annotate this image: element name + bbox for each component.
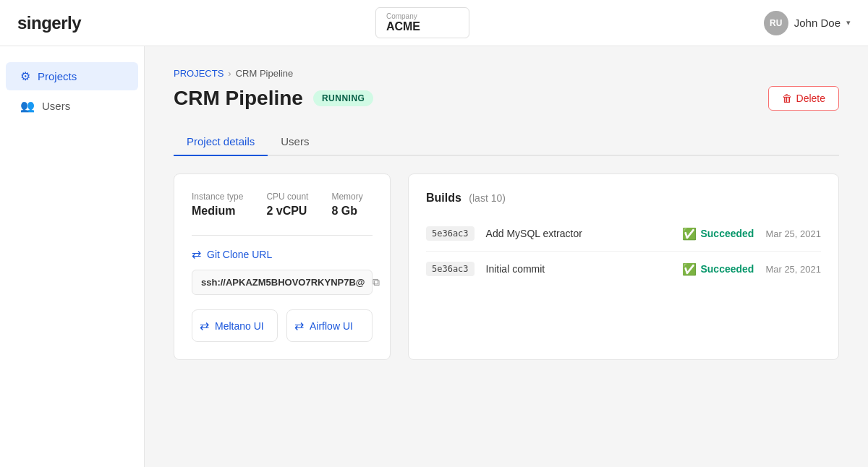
git-clone-label: Git Clone URL	[207, 249, 272, 260]
instance-type-metric: Instance type Medium	[192, 192, 243, 218]
copy-icon: ⧉	[373, 276, 380, 288]
breadcrumb-current: CRM Pipeline	[236, 68, 293, 79]
sidebar-item-label-users: Users	[42, 100, 70, 112]
sidebar-item-label-projects: Projects	[38, 70, 77, 82]
clone-url-text: ssh://APKAZM5BHOVO7RKYNP7B@	[201, 277, 365, 288]
cpu-value: 2 vCPU	[266, 205, 308, 218]
tab-project-details[interactable]: Project details	[174, 128, 268, 156]
meltano-ui-button[interactable]: ⇄ Meltano UI	[192, 309, 278, 342]
layout: ⚙ Projects 👥 Users PROJECTS › CRM Pipeli…	[0, 46, 868, 467]
meltano-ui-label: Meltano UI	[215, 320, 264, 332]
page-title-row: CRM Pipeline RUNNING	[174, 87, 373, 110]
memory-metric: Memory 8 Gb	[331, 192, 362, 218]
airflow-ui-label: Airflow UI	[310, 320, 353, 332]
company-selector[interactable]: Company ACME	[375, 7, 469, 38]
info-metrics: Instance type Medium CPU count 2 vCPU Me…	[192, 192, 373, 218]
cpu-label: CPU count	[266, 192, 308, 202]
copy-button[interactable]: ⧉	[371, 276, 381, 288]
build-hash: 5e36ac3	[426, 262, 475, 276]
logo: singerly	[17, 13, 81, 33]
avatar: RU	[764, 11, 788, 35]
header: singerly Company ACME RU John Doe ▾	[0, 0, 868, 46]
delete-label: Delete	[796, 93, 825, 104]
success-icon: ✅	[682, 227, 697, 241]
tabs: Project details Users	[174, 128, 839, 156]
sidebar-item-users[interactable]: 👥 Users	[6, 92, 138, 120]
build-status: ✅ Succeeded	[682, 262, 754, 276]
sidebar: ⚙ Projects 👥 Users	[0, 46, 145, 467]
breadcrumb-separator: ›	[228, 68, 231, 79]
breadcrumb: PROJECTS › CRM Pipeline	[174, 68, 839, 79]
builds-subtitle: (last 10)	[469, 192, 506, 204]
builds-title: Builds (last 10)	[426, 192, 821, 205]
memory-value: 8 Gb	[331, 205, 362, 218]
build-message: Add MySQL extractor	[486, 228, 671, 239]
builds-card: Builds (last 10) 5e36ac3 Add MySQL extra…	[408, 173, 839, 360]
build-hash: 5e36ac3	[426, 226, 475, 241]
airflow-icon: ⇄	[294, 319, 304, 333]
chevron-down-icon: ▾	[846, 18, 851, 27]
sidebar-item-projects[interactable]: ⚙ Projects	[6, 62, 138, 90]
main-content: PROJECTS › CRM Pipeline CRM Pipeline RUN…	[145, 46, 868, 467]
build-date: Mar 25, 2021	[765, 228, 821, 239]
tab-users[interactable]: Users	[268, 128, 322, 156]
ui-buttons: ⇄ Meltano UI ⇄ Airflow UI	[192, 309, 373, 342]
users-icon: 👥	[20, 99, 35, 113]
page-title: CRM Pipeline	[174, 87, 303, 110]
instance-type-label: Instance type	[192, 192, 243, 202]
clone-url-row: ssh://APKAZM5BHOVO7RKYNP7B@ ⧉	[192, 270, 373, 295]
memory-label: Memory	[331, 192, 362, 202]
meltano-icon: ⇄	[200, 319, 209, 333]
table-row: 5e36ac3 Add MySQL extractor ✅ Succeeded …	[426, 216, 821, 252]
page-header: CRM Pipeline RUNNING 🗑 Delete	[174, 86, 839, 111]
delete-button[interactable]: 🗑 Delete	[768, 86, 839, 111]
git-icon: ⇄	[192, 247, 201, 261]
build-date: Mar 25, 2021	[765, 264, 821, 275]
cpu-metric: CPU count 2 vCPU	[266, 192, 308, 218]
airflow-ui-button[interactable]: ⇄ Airflow UI	[286, 309, 373, 342]
user-menu[interactable]: RU John Doe ▾	[764, 11, 851, 35]
build-status: ✅ Succeeded	[682, 227, 754, 241]
divider	[192, 235, 373, 236]
success-icon: ✅	[682, 262, 697, 276]
instance-type-value: Medium	[192, 205, 243, 218]
info-card: Instance type Medium CPU count 2 vCPU Me…	[174, 173, 391, 360]
user-name-label: John Doe	[794, 17, 841, 29]
builds-list: 5e36ac3 Add MySQL extractor ✅ Succeeded …	[426, 216, 821, 286]
company-name: ACME	[386, 20, 420, 33]
breadcrumb-parent[interactable]: PROJECTS	[174, 68, 224, 79]
build-message: Initial commit	[486, 263, 671, 275]
projects-icon: ⚙	[20, 69, 30, 83]
table-row: 5e36ac3 Initial commit ✅ Succeeded Mar 2…	[426, 252, 821, 286]
content-grid: Instance type Medium CPU count 2 vCPU Me…	[174, 173, 839, 360]
git-clone-row: ⇄ Git Clone URL	[192, 247, 373, 261]
trash-icon: 🗑	[782, 93, 792, 104]
company-label: Company	[386, 12, 459, 20]
status-badge: RUNNING	[313, 90, 374, 106]
